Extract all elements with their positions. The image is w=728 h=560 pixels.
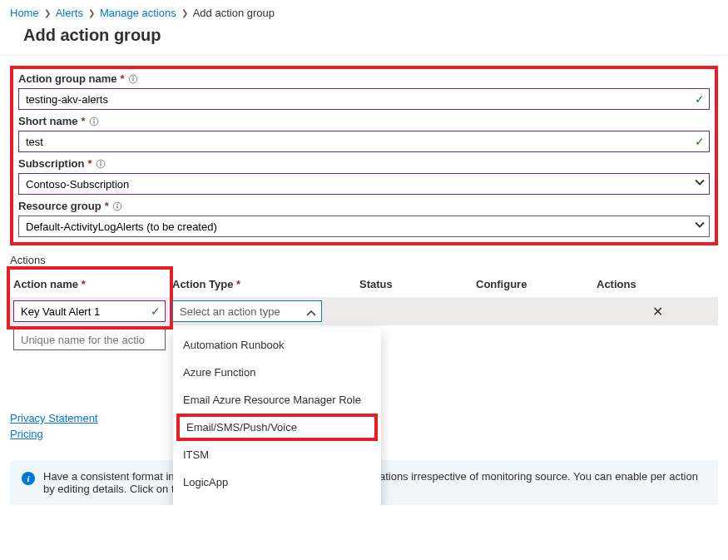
actions-title: Actions xyxy=(10,254,718,266)
info-icon[interactable] xyxy=(89,116,99,126)
action-name-input-empty[interactable] xyxy=(13,329,166,350)
info-icon[interactable] xyxy=(112,201,122,211)
short-name-input[interactable] xyxy=(18,131,710,152)
breadcrumb-home[interactable]: Home xyxy=(10,7,39,19)
label-resource-group: Resource group xyxy=(18,200,102,212)
resource-group-select[interactable] xyxy=(18,216,710,237)
dd-email-arm-role[interactable]: Email Azure Resource Manager Role xyxy=(173,386,381,414)
required-indicator: * xyxy=(82,115,86,127)
form-highlight: Action group name * ✓ Short name * xyxy=(10,66,718,245)
divider xyxy=(0,55,728,56)
required-indicator: * xyxy=(87,157,92,170)
svg-point-2 xyxy=(132,76,133,77)
dd-secure-webhook[interactable]: Secure Webhook xyxy=(173,496,381,505)
svg-point-5 xyxy=(93,118,94,119)
col-status: Status xyxy=(359,278,476,290)
label-short-name: Short name xyxy=(18,115,78,127)
label-subscription: Subscription xyxy=(18,157,84,170)
chevron-right-icon: ❯ xyxy=(44,8,51,17)
dd-azure-function[interactable]: Azure Function xyxy=(173,359,381,386)
check-icon: ✓ xyxy=(151,305,161,318)
col-action-name: Action name xyxy=(13,278,78,290)
chevron-right-icon: ❯ xyxy=(88,8,95,17)
breadcrumb-manage-actions[interactable]: Manage actions xyxy=(100,7,176,19)
svg-point-8 xyxy=(100,161,101,161)
breadcrumb-alerts[interactable]: Alerts xyxy=(56,7,83,19)
action-type-placeholder: Select an action type xyxy=(180,305,280,318)
svg-rect-10 xyxy=(116,205,117,208)
action-type-combo[interactable]: Select an action type xyxy=(172,300,322,322)
svg-point-11 xyxy=(116,203,117,204)
required-indicator: * xyxy=(82,278,86,290)
svg-rect-4 xyxy=(93,120,94,123)
action-name-input[interactable] xyxy=(13,300,166,322)
action-group-name-input[interactable] xyxy=(18,88,710,110)
dd-automation-runbook[interactable]: Automation Runbook xyxy=(173,331,381,359)
svg-rect-1 xyxy=(132,77,133,81)
dd-email-sms-push-voice[interactable]: Email/SMS/Push/Voice xyxy=(176,414,378,441)
chevron-right-icon: ❯ xyxy=(181,8,188,17)
check-icon: ✓ xyxy=(695,135,705,148)
col-configure: Configure xyxy=(476,278,597,290)
dd-logicapp[interactable]: LogicApp xyxy=(173,468,381,496)
dd-itsm[interactable]: ITSM xyxy=(173,441,381,468)
breadcrumb: Home ❯ Alerts ❯ Manage actions ❯ Add act… xyxy=(0,0,728,22)
check-icon: ✓ xyxy=(695,92,705,106)
breadcrumb-current: Add action group xyxy=(193,7,275,19)
required-indicator: * xyxy=(236,278,240,290)
info-icon[interactable] xyxy=(96,159,106,169)
label-action-group-name: Action group name xyxy=(18,72,116,85)
action-type-dropdown: Automation Runbook Azure Function Email … xyxy=(173,328,381,505)
subscription-select[interactable] xyxy=(18,173,710,195)
page-title: Add action group xyxy=(23,26,728,45)
required-indicator: * xyxy=(105,200,109,212)
table-header: Action name * Action Type * Status Confi… xyxy=(10,271,718,297)
remove-row-button[interactable]: ✕ xyxy=(597,304,718,320)
table-row: ✓ Select an action type ✕ xyxy=(10,297,718,325)
col-action-type: Action Type xyxy=(172,278,233,290)
info-icon: i xyxy=(22,472,35,485)
chevron-up-icon xyxy=(306,305,316,318)
svg-rect-7 xyxy=(100,162,101,166)
col-actions: Actions xyxy=(597,278,718,290)
required-indicator: * xyxy=(120,72,124,85)
actions-table: Action name * Action Type * Status Confi… xyxy=(10,271,718,354)
info-icon[interactable] xyxy=(128,74,138,84)
